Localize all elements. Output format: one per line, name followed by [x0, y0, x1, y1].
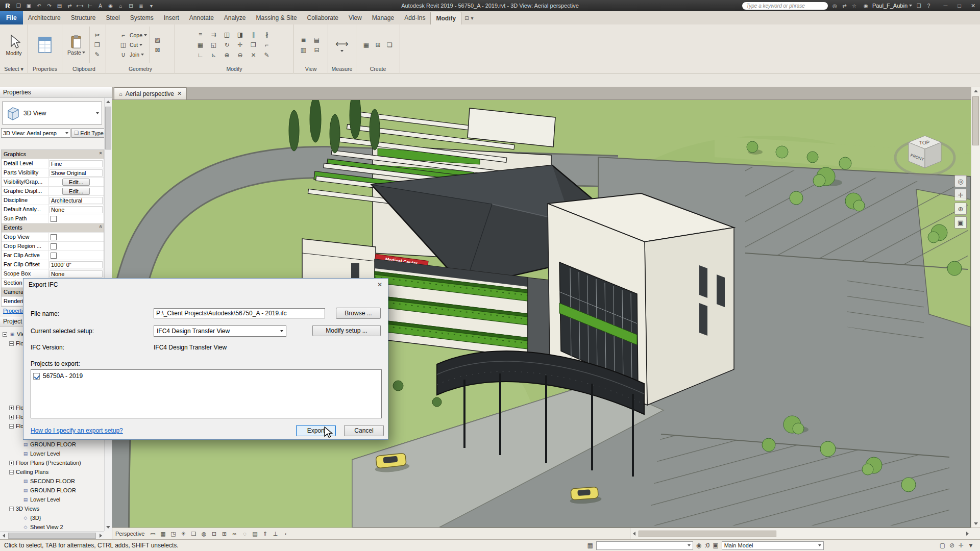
tree-item[interactable]: ◇ Sheet View 2 [0, 522, 104, 531]
cut-to-clipboard-icon[interactable]: ✂ [92, 31, 102, 40]
tree-item[interactable]: ▤ SECOND FLOOR [0, 477, 104, 486]
ribbon-tab[interactable]: Collaborate [302, 12, 344, 24]
type-selector[interactable]: 3D View [2, 102, 102, 124]
customize-qat-icon[interactable]: ▾ [146, 2, 156, 10]
create-parts-icon[interactable]: ▦ [361, 40, 371, 49]
sun-path-icon[interactable]: ☀ [179, 529, 188, 538]
file-name-input[interactable] [154, 308, 325, 318]
property-row[interactable]: Extents [2, 223, 104, 233]
property-row[interactable]: Discipline Architectural [2, 196, 104, 205]
overflow-chevron-icon[interactable]: ‹ [281, 529, 290, 538]
rotate-icon[interactable]: ↻ [222, 40, 232, 49]
unpin-icon[interactable]: ⊖ [235, 51, 245, 60]
canvas-horizontal-scrollbar[interactable] [630, 528, 971, 539]
default-3d-view-icon[interactable]: ⌂ [116, 2, 126, 10]
selection-filter-icon[interactable]: ▼ [968, 542, 974, 549]
property-row[interactable]: Crop Region ... [2, 242, 104, 251]
tree-expand-icon[interactable] [9, 406, 14, 410]
detail-level-icon[interactable]: ▦ [158, 529, 167, 538]
pin-icon[interactable]: ⊕ [222, 51, 232, 60]
properties-toggle-button[interactable] [36, 36, 54, 54]
canvas-vertical-scrollbar[interactable] [971, 87, 980, 528]
help-icon[interactable]: ? [924, 2, 934, 10]
property-row[interactable]: Scope Box None [2, 269, 104, 279]
split-element-icon[interactable]: ∥ [249, 30, 258, 39]
ribbon-tab[interactable]: Massing & Site [251, 12, 302, 24]
perspective-indicator[interactable]: Perspective [115, 531, 144, 537]
signed-in-user[interactable]: ◉ Paul_F_Aubin [861, 2, 912, 10]
zoom-icon[interactable]: ⊕ [954, 203, 967, 215]
modify-tool-button[interactable]: Modify [5, 34, 23, 57]
mirror-draw-axis-icon[interactable]: ◨ [235, 30, 245, 39]
browse-button[interactable]: Browse ... [336, 308, 381, 319]
property-row[interactable]: Far Clip Offset 1000' 0" [2, 260, 104, 269]
measure-icon[interactable]: ⟷ [75, 2, 85, 10]
show-hidden-lines-icon[interactable]: ▤ [312, 35, 322, 44]
tree-expand-icon[interactable] [9, 341, 14, 346]
trim-extend-corner-icon[interactable]: ⌐ [262, 40, 272, 49]
design-options-icon[interactable]: ▣ [713, 542, 718, 549]
tree-item[interactable]: ▤ GROUND FLOOR [0, 486, 104, 495]
editable-only-toggle-icon[interactable]: ▢ [940, 542, 945, 549]
ribbon-tab[interactable]: Steel [101, 12, 125, 24]
project-checkbox[interactable] [33, 373, 40, 380]
text-icon[interactable]: A [95, 2, 105, 10]
offset-icon[interactable]: ⇉ [209, 30, 218, 39]
tree-expand-icon[interactable] [3, 332, 7, 337]
render-icon[interactable]: ◍ [199, 529, 208, 538]
mirror-pick-axis-icon[interactable]: ◫ [222, 30, 232, 39]
measure-button[interactable]: ⟷ [334, 38, 350, 53]
temporary-view-properties-icon[interactable]: ▤ [250, 529, 259, 538]
favorites-icon[interactable]: ☆ [849, 2, 859, 10]
projects-listbox[interactable]: 56750A - 2019 [31, 369, 382, 418]
dialog-close-icon[interactable]: ✕ [372, 279, 388, 291]
property-row[interactable]: Sun Path [2, 214, 104, 223]
tree-item[interactable]: ▤ Lower Level [0, 449, 104, 458]
ribbon-tab[interactable]: Add-Ins [399, 12, 430, 24]
copy-icon[interactable]: ❐ [249, 40, 258, 49]
cut-geometry-tool[interactable]: ◫ Cut [118, 40, 147, 49]
search-icon[interactable]: ◎ [830, 2, 840, 10]
section-icon[interactable]: ⊟ [126, 2, 136, 10]
design-option-combo[interactable]: Main Model [722, 541, 824, 550]
tree-expand-icon[interactable] [9, 461, 14, 465]
viewcube-menu-icon[interactable]: ▣ [954, 216, 967, 229]
project-browser-hscrollbar[interactable] [0, 531, 104, 539]
view-selector-combo[interactable]: 3D View: Aerial persp [1, 128, 70, 138]
dialog-title-bar[interactable]: Export IFC ✕ [23, 279, 388, 291]
property-row[interactable]: Default Analy... None [2, 205, 104, 214]
property-row[interactable]: Visibility/Grap... Edit... [2, 178, 104, 187]
property-row[interactable]: Detail Level Fine [2, 159, 104, 168]
match-type-icon[interactable]: ✎ [92, 50, 102, 59]
app-store-icon[interactable]: ❒ [914, 2, 924, 10]
ribbon-tab[interactable]: Analyze [219, 12, 251, 24]
array-icon[interactable]: ▦ [195, 40, 205, 49]
tree-expand-icon[interactable] [9, 507, 14, 511]
displaced-elements-icon[interactable]: ⇑ [260, 529, 270, 538]
paint-icon[interactable]: ▨ [153, 35, 162, 44]
thin-lines-toggle-icon[interactable]: ≣ [299, 35, 308, 44]
tree-item[interactable]: ◇ {3D} [0, 513, 104, 522]
exclude-options-icon[interactable]: ⊘ [949, 542, 954, 549]
open-icon[interactable]: ❒ [14, 2, 23, 10]
maximize-button[interactable]: □ [952, 0, 966, 11]
trim-extend-multiple-icon[interactable]: ⊾ [209, 51, 218, 60]
cope-tool[interactable]: ⌐ Cope [118, 31, 147, 40]
setup-dropdown[interactable]: IFC4 Design Transfer View [154, 325, 286, 337]
tree-item[interactable]: Ceiling Plans [0, 467, 104, 477]
ribbon-tab[interactable]: View [344, 12, 367, 24]
worksets-icon[interactable]: ▦ [587, 542, 593, 549]
close-view-icon[interactable]: ✕ [177, 90, 182, 97]
tag-icon[interactable]: ◉ [106, 2, 115, 10]
reveal-hidden-elements-icon[interactable]: ◌ [240, 529, 249, 538]
show-crop-region-icon[interactable]: ⊞ [219, 529, 229, 538]
create-assembly-icon[interactable]: ⊞ [373, 40, 383, 49]
remove-hidden-lines-icon[interactable]: ▥ [299, 45, 308, 55]
match-properties-icon[interactable]: ✎ [262, 51, 272, 60]
close-button[interactable]: ✕ [966, 0, 980, 11]
minimize-button[interactable]: ─ [939, 0, 952, 11]
tree-expand-icon[interactable] [9, 470, 14, 474]
crop-view-icon[interactable]: ⊡ [209, 529, 218, 538]
tree-item[interactable]: ▤ GROUND FLOOR [0, 440, 104, 449]
editable-elements-icon[interactable]: ◉ [696, 542, 701, 549]
